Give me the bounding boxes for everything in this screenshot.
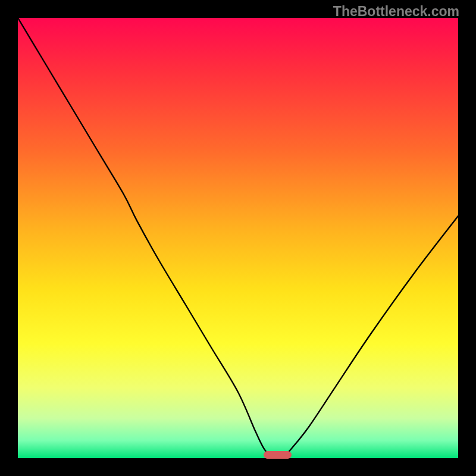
watermark-text: TheBottleneck.com [333, 4, 459, 20]
plot-area [18, 18, 458, 458]
bottleneck-curve [18, 18, 458, 458]
optimum-marker [264, 451, 292, 459]
